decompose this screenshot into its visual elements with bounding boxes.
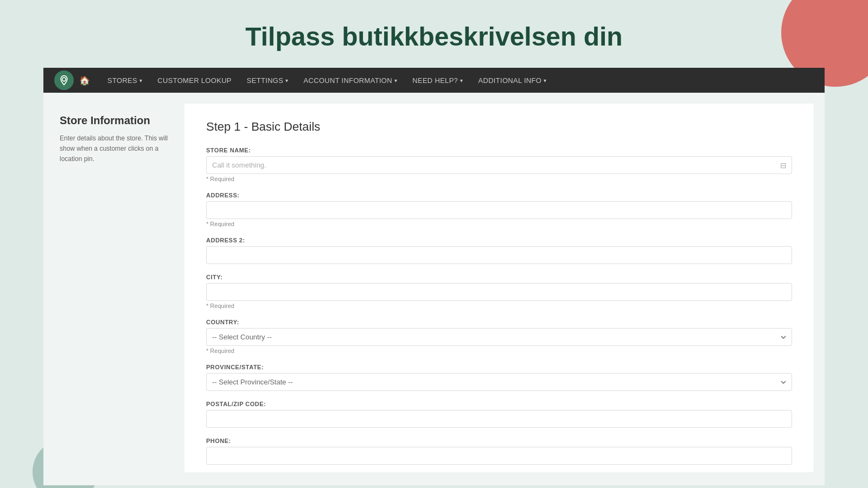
- form-group-store-name: STORE NAME: ⊟ * Required: [206, 147, 792, 182]
- label-country: COUNTRY:: [206, 319, 792, 325]
- label-postal: POSTAL/ZIP CODE:: [206, 401, 792, 407]
- store-name-input[interactable]: [206, 156, 792, 174]
- city-required: * Required: [206, 303, 792, 309]
- form-group-phone: PHONE:: [206, 438, 792, 465]
- sidebar-title: Store Information: [60, 114, 168, 127]
- sidebar: Store Information Enter details about th…: [43, 93, 184, 485]
- navbar-items: STORES ▾ CUSTOMER LOOKUP SETTINGS ▾ ACCO…: [101, 68, 553, 93]
- page-title: Tilpass butikkbeskrivelsen din: [0, 22, 868, 52]
- nav-additional-info[interactable]: ADDITIONAL INFO ▾: [471, 68, 553, 93]
- country-select[interactable]: -- Select Country --: [206, 328, 792, 346]
- navbar-logo[interactable]: [54, 70, 74, 90]
- chevron-down-icon: ▾: [139, 78, 142, 84]
- navbar: 🏠 STORES ▾ CUSTOMER LOOKUP SETTINGS ▾ AC…: [43, 68, 825, 93]
- country-required: * Required: [206, 348, 792, 354]
- store-name-required: * Required: [206, 176, 792, 182]
- form-group-country: COUNTRY: -- Select Country -- * Required: [206, 319, 792, 354]
- store-name-input-wrapper: ⊟: [206, 156, 792, 174]
- form-group-city: CITY: * Required: [206, 274, 792, 309]
- nav-account-information[interactable]: ACCOUNT INFORMATION ▾: [297, 68, 404, 93]
- label-province: PROVINCE/STATE:: [206, 364, 792, 370]
- city-input[interactable]: [206, 283, 792, 301]
- form-group-province: PROVINCE/STATE: -- Select Province/State…: [206, 364, 792, 391]
- label-city: CITY:: [206, 274, 792, 280]
- label-phone: PHONE:: [206, 438, 792, 444]
- chevron-down-icon: ▾: [544, 78, 546, 84]
- chevron-down-icon: ▾: [285, 78, 288, 84]
- nav-stores[interactable]: STORES ▾: [101, 68, 149, 93]
- form-step-title: Step 1 - Basic Details: [206, 120, 792, 134]
- home-nav-item[interactable]: 🏠: [79, 75, 90, 86]
- phone-input[interactable]: [206, 447, 792, 465]
- form-group-address2: ADDRESS 2:: [206, 237, 792, 264]
- address-required: * Required: [206, 221, 792, 227]
- nav-settings[interactable]: SETTINGS ▾: [240, 68, 295, 93]
- nav-need-help[interactable]: NEED HELP? ▾: [406, 68, 469, 93]
- address-input[interactable]: [206, 201, 792, 219]
- form-group-address: ADDRESS: * Required: [206, 192, 792, 227]
- form-panel: Step 1 - Basic Details STORE NAME: ⊟ * R…: [184, 104, 814, 472]
- input-clear-icon[interactable]: ⊟: [780, 161, 787, 170]
- address2-input[interactable]: [206, 246, 792, 264]
- content-area: Store Information Enter details about th…: [43, 93, 825, 485]
- page-title-area: Tilpass butikkbeskrivelsen din: [0, 0, 868, 68]
- postal-input[interactable]: [206, 410, 792, 428]
- province-select[interactable]: -- Select Province/State --: [206, 373, 792, 391]
- label-store-name: STORE NAME:: [206, 147, 792, 153]
- svg-point-0: [62, 78, 66, 81]
- chevron-down-icon: ▾: [460, 78, 463, 84]
- sidebar-description: Enter details about the store. This will…: [60, 133, 168, 165]
- nav-customer-lookup[interactable]: CUSTOMER LOOKUP: [151, 68, 238, 93]
- form-group-postal: POSTAL/ZIP CODE:: [206, 401, 792, 428]
- label-address: ADDRESS:: [206, 192, 792, 198]
- label-address2: ADDRESS 2:: [206, 237, 792, 243]
- chevron-down-icon: ▾: [394, 78, 397, 84]
